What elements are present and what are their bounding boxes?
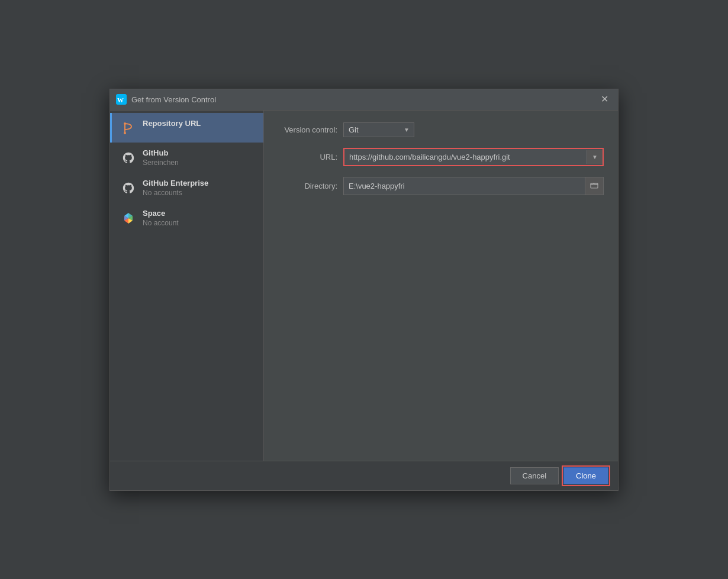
sidebar-item-space-text: Space No account [143, 209, 179, 227]
sidebar-item-repo-title: Repository URL [143, 119, 201, 128]
url-input[interactable] [344, 149, 587, 165]
version-control-select[interactable]: Git [343, 122, 414, 137]
url-dropdown-button[interactable]: ▼ [587, 150, 603, 164]
sidebar-item-space-title: Space [143, 209, 179, 218]
sidebar-item-github[interactable]: GitHub Sereinchen [110, 143, 263, 173]
sidebar-item-github-text: GitHub Sereinchen [143, 148, 179, 167]
sidebar-item-repository-url[interactable]: Repository URL [110, 113, 263, 143]
bottom-bar: Cancel Clone [110, 461, 618, 490]
github-icon [120, 150, 137, 166]
sidebar-item-github-enterprise[interactable]: GitHub Enterprise No accounts [110, 173, 263, 203]
directory-row: Directory: [278, 177, 604, 195]
close-button[interactable]: ✕ [597, 93, 612, 105]
app-icon: W [116, 94, 127, 105]
directory-label: Directory: [278, 182, 337, 190]
sidebar-item-space-subtitle: No account [143, 219, 179, 227]
url-input-wrapper: ▼ [343, 148, 604, 166]
directory-input[interactable] [344, 178, 585, 194]
version-control-row: Version control: Git [278, 122, 604, 137]
url-label: URL: [278, 153, 337, 161]
directory-input-wrapper [343, 177, 604, 195]
sidebar-item-space[interactable]: Space No account [110, 203, 263, 233]
svg-point-2 [124, 132, 126, 134]
sidebar-item-github-ent-title: GitHub Enterprise [143, 179, 208, 187]
sidebar-item-github-ent-subtitle: No accounts [143, 189, 208, 197]
url-row: URL: ▼ [278, 148, 604, 166]
dialog-title: Get from Version Control [131, 95, 597, 104]
sidebar-item-github-ent-text: GitHub Enterprise No accounts [143, 179, 208, 197]
version-control-select-wrapper: Git [343, 122, 414, 137]
space-icon [120, 210, 137, 227]
cancel-button[interactable]: Cancel [510, 467, 559, 484]
title-bar: W Get from Version Control ✕ [110, 89, 618, 111]
get-from-vcs-dialog: W Get from Version Control ✕ Repository … [109, 89, 619, 491]
main-content: Version control: Git URL: ▼ Directory: [264, 111, 618, 461]
svg-text:W: W [117, 96, 124, 103]
svg-point-3 [124, 122, 126, 125]
github-enterprise-icon [120, 180, 137, 196]
clone-button[interactable]: Clone [563, 467, 608, 484]
sidebar-item-github-subtitle: Sereinchen [143, 159, 179, 167]
dialog-body: Repository URL GitHub Sereinchen [110, 111, 618, 461]
sidebar-item-repo-text: Repository URL [143, 119, 201, 128]
repo-icon [120, 120, 137, 137]
sidebar: Repository URL GitHub Sereinchen [110, 111, 264, 461]
browse-button[interactable] [585, 177, 603, 195]
sidebar-item-github-title: GitHub [143, 148, 179, 157]
version-control-label: Version control: [278, 125, 337, 134]
